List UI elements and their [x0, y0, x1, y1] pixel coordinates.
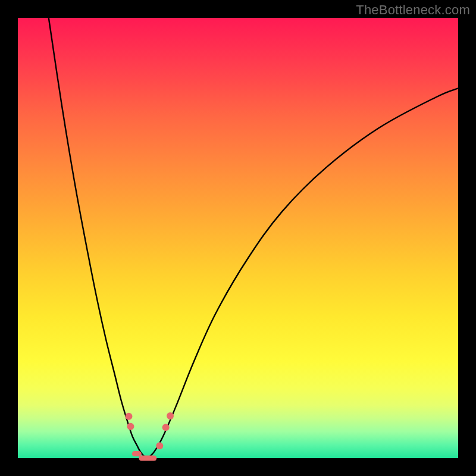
chart-svg: [18, 18, 458, 458]
left-curve: [49, 18, 148, 458]
marker-dot: [162, 424, 170, 431]
marker-pill: [139, 456, 156, 461]
right-curve: [148, 88, 458, 458]
marker-pill: [132, 451, 142, 456]
watermark-text: TheBottleneck.com: [356, 2, 470, 18]
marker-dot: [125, 413, 132, 420]
marker-dot: [156, 442, 163, 449]
marker-dot: [127, 423, 134, 430]
marker-dot: [167, 412, 174, 419]
